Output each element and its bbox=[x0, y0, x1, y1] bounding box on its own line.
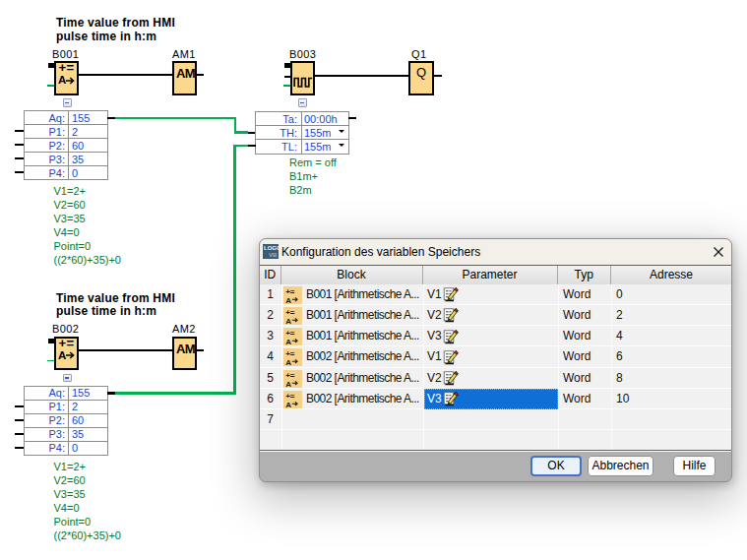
svg-text:LOGO: LOGO bbox=[264, 245, 279, 251]
svg-text:VB: VB bbox=[269, 252, 278, 258]
